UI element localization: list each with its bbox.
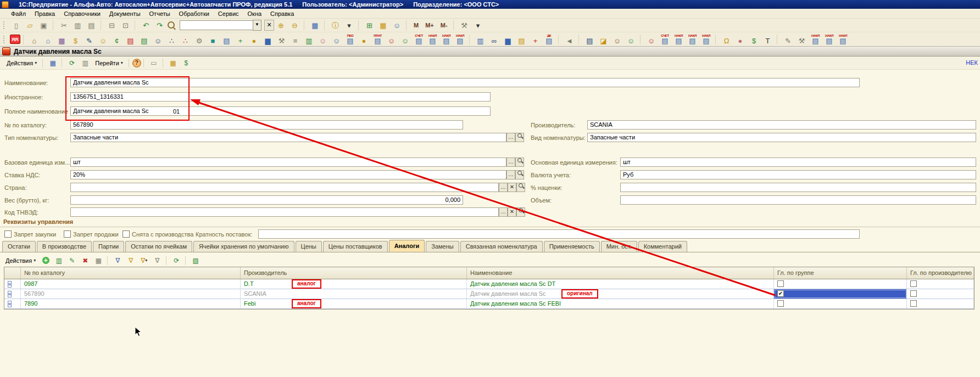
structure-icon[interactable]: ▦ xyxy=(167,58,179,69)
beads-icon[interactable]: ∴ xyxy=(179,33,192,46)
books-icon[interactable]: ▥ xyxy=(303,33,315,46)
checkbox-zapret-prodazhi[interactable] xyxy=(64,230,71,238)
manufacturer-main-checkbox[interactable] xyxy=(910,290,917,297)
app-toolbar-button[interactable] xyxy=(469,34,471,45)
doc-plus-icon[interactable]: + xyxy=(234,33,247,46)
price-pencil-icon[interactable]: ✎ xyxy=(83,33,96,46)
toolbar-button[interactable] xyxy=(53,20,55,31)
money-bag-icon[interactable]: $ xyxy=(69,33,82,46)
filter-settings-button[interactable]: ∇ xyxy=(112,255,124,266)
checkbox-snyata-s-proizvodstva[interactable] xyxy=(122,230,130,238)
grid-header-name[interactable]: Наименование xyxy=(467,267,774,279)
help-icon[interactable]: ? xyxy=(132,59,141,67)
weight-field[interactable]: 0,000 xyxy=(70,195,463,205)
parts-icon[interactable]: ● xyxy=(734,33,747,46)
vat-rate-open-button[interactable] xyxy=(515,170,524,179)
app-toolbar-button[interactable] xyxy=(23,34,25,45)
base-unit-field[interactable]: шт xyxy=(70,157,506,167)
menu-item[interactable]: Сервис xyxy=(214,10,243,18)
red-book-icon[interactable]: ▤ xyxy=(124,33,137,46)
toolbar-button[interactable] xyxy=(101,20,103,31)
menu-item[interactable]: Обработки xyxy=(175,10,214,18)
schet-icon[interactable]: СЧЕТ▤ xyxy=(413,33,425,46)
tab-primenyaemost[interactable]: Применяемость xyxy=(544,241,600,252)
tnved-open-button[interactable] xyxy=(516,207,525,217)
menu-item[interactable]: Окна xyxy=(243,10,266,18)
manufacturer-main-cell[interactable] xyxy=(907,289,974,299)
group-main-checkbox[interactable] xyxy=(777,300,784,307)
schet2-icon[interactable]: СЧЕТ▤ xyxy=(659,33,671,46)
nakl7-icon[interactable]: НАКЛ▤ xyxy=(837,33,849,46)
toolbar-button[interactable] xyxy=(135,20,137,31)
couple-icon[interactable]: ☺ xyxy=(611,33,623,46)
calculator-button[interactable]: ⊞ xyxy=(363,19,376,31)
window-settings-icon[interactable]: ▭ xyxy=(148,58,160,69)
tab-min-ost[interactable]: Мин. ост. xyxy=(601,241,637,252)
country-open-button[interactable] xyxy=(516,183,525,192)
report-doc-icon[interactable]: ▤ xyxy=(220,33,233,46)
language-icon[interactable]: ЯR xyxy=(10,35,20,44)
name-cell[interactable]: Датчик давления масла Sc FEBI xyxy=(467,299,774,308)
search-clear-button[interactable]: ✕ xyxy=(264,20,274,31)
tnved-clear-button[interactable]: ✕ xyxy=(508,207,516,217)
calendar-button[interactable]: ▦ xyxy=(377,19,389,31)
tab-analogi[interactable]: Аналоги xyxy=(389,240,425,252)
undo-button[interactable]: ↶ xyxy=(140,19,152,31)
app-toolbar-button[interactable] xyxy=(640,34,642,45)
plat-icon[interactable]: ПЛАТ▤ xyxy=(371,33,384,46)
announce-icon[interactable]: ◄ xyxy=(563,33,576,46)
client-icon[interactable]: ☺ xyxy=(97,33,109,46)
nomenclature-type-select-button[interactable]: … xyxy=(506,133,515,142)
tab-zameny[interactable]: Замены xyxy=(426,241,459,252)
service-dropdown[interactable]: ▾ xyxy=(472,19,485,31)
info-button[interactable]: ⓘ xyxy=(329,19,342,31)
delete-row-button[interactable]: ✖ xyxy=(79,255,91,266)
tnved-field[interactable] xyxy=(70,207,499,217)
toolbar-button[interactable] xyxy=(453,20,455,31)
vat-rate-select-button[interactable]: … xyxy=(506,170,515,179)
markup-field[interactable] xyxy=(620,183,976,192)
nomenclature-type-field[interactable]: Запасные части xyxy=(70,133,506,142)
tab-tseny-postavshchikov[interactable]: Цены поставщиков xyxy=(323,241,388,252)
nakl-minus-icon[interactable]: НАКЛ▤ xyxy=(440,33,453,46)
copy-docs-icon[interactable]: ▥ xyxy=(474,33,487,46)
search-combobox[interactable]: ▼ xyxy=(180,20,261,31)
chart-doc-icon[interactable]: ▆ xyxy=(261,33,274,46)
pump-icon[interactable]: T xyxy=(761,33,774,46)
grid-actions-button[interactable]: Действия▾ xyxy=(2,256,39,266)
manufacturer-main-cell[interactable] xyxy=(907,299,974,308)
tab-v-proizvodstve[interactable]: В производстве xyxy=(37,241,92,252)
windows-button[interactable]: ▦ xyxy=(309,19,321,31)
person-out-icon[interactable]: ☺ xyxy=(385,33,398,46)
catalog-cell[interactable]: 7890 xyxy=(21,299,241,308)
toolbar-button[interactable] xyxy=(324,20,326,31)
catalog-cell[interactable]: 567890 xyxy=(21,289,241,299)
manufacturer-cell[interactable]: Febiаналог xyxy=(241,299,467,308)
cut-button[interactable]: ✂ xyxy=(58,19,70,31)
main-unit-field[interactable]: шт xyxy=(620,157,976,167)
vat-rate-field[interactable]: 20% xyxy=(70,170,506,179)
reread-icon[interactable]: ⟳ xyxy=(66,58,78,69)
cash-doc-icon[interactable]: ▤ xyxy=(515,33,528,46)
tab-kommentarii[interactable]: Комментарий xyxy=(638,241,687,252)
filter-by-value-button[interactable]: ∇ xyxy=(125,255,137,266)
doc-export-icon[interactable]: + xyxy=(529,33,542,46)
staff-group-icon[interactable]: ∴ xyxy=(165,33,178,46)
nakl4-icon[interactable]: НАКЛ▤ xyxy=(700,33,712,46)
add-row-button[interactable]: + xyxy=(40,255,52,266)
group-main-checkbox[interactable] xyxy=(777,280,784,287)
grid-header-manufacturer[interactable]: Производитель xyxy=(241,267,467,279)
company-icon[interactable]: ⌂ xyxy=(28,33,41,46)
open-button[interactable]: ▱ xyxy=(24,19,36,31)
currency-field[interactable]: Руб xyxy=(620,170,976,179)
tab-ostatki-po-yacheikam[interactable]: Остатки по ячейкам xyxy=(125,241,192,252)
save-button[interactable]: ▣ xyxy=(37,19,50,31)
multiplicity-field[interactable] xyxy=(258,229,860,239)
export-button[interactable]: ▧ xyxy=(190,255,202,266)
partners-icon[interactable]: ☺ xyxy=(152,33,164,46)
bell-icon[interactable]: Ω xyxy=(720,33,733,46)
country-clear-button[interactable]: ✕ xyxy=(508,183,516,192)
search-dropdown-icon[interactable]: ▼ xyxy=(253,20,261,31)
machine-icon[interactable]: ⚙ xyxy=(193,33,205,46)
group-main-cell-selected[interactable]: ✔ xyxy=(774,289,907,299)
